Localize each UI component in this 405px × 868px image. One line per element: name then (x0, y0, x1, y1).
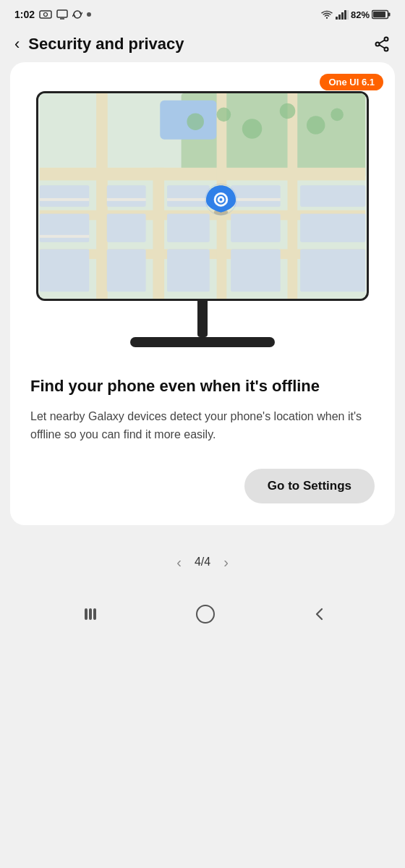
svg-rect-40 (300, 185, 365, 206)
wifi-icon (320, 9, 333, 20)
map-visualization (38, 93, 367, 299)
svg-rect-11 (388, 13, 391, 17)
svg-point-50 (242, 119, 262, 138)
home-icon (195, 604, 216, 624)
svg-rect-41 (300, 213, 365, 242)
svg-rect-25 (153, 168, 164, 299)
svg-point-51 (280, 103, 296, 119)
svg-rect-5 (336, 17, 338, 20)
nav-home-button[interactable] (195, 604, 216, 624)
svg-point-48 (187, 113, 204, 130)
svg-rect-60 (85, 608, 88, 620)
back-nav-icon (312, 606, 328, 622)
svg-rect-28 (40, 185, 90, 206)
svg-rect-30 (40, 249, 90, 292)
go-to-settings-button[interactable]: Go to Settings (244, 469, 375, 503)
svg-point-15 (385, 48, 388, 51)
svg-rect-62 (93, 608, 96, 620)
svg-point-49 (217, 108, 231, 122)
svg-line-17 (379, 45, 384, 48)
svg-rect-47 (231, 198, 281, 201)
button-area: Go to Settings (10, 461, 395, 503)
svg-rect-24 (96, 93, 108, 299)
svg-rect-8 (344, 10, 346, 20)
status-time: 1:02 (14, 9, 91, 20)
svg-point-52 (307, 116, 325, 134)
status-bar: 1:02 (0, 0, 405, 29)
signal-icon (336, 9, 349, 20)
bottom-navigation (0, 592, 405, 639)
battery-icon (372, 9, 391, 20)
svg-rect-43 (40, 198, 90, 201)
back-button[interactable]: ‹ (14, 35, 20, 54)
nav-back-button[interactable] (312, 606, 328, 622)
menu-icon (77, 606, 99, 622)
svg-rect-27 (288, 93, 298, 299)
nav-menu-button[interactable] (77, 606, 99, 622)
svg-rect-42 (300, 249, 365, 292)
monitor-wrapper (36, 91, 369, 347)
svg-rect-37 (231, 185, 281, 206)
svg-rect-9 (347, 10, 349, 20)
svg-point-14 (376, 43, 380, 46)
svg-rect-0 (40, 11, 51, 18)
svg-point-63 (197, 605, 214, 623)
svg-rect-7 (341, 12, 344, 20)
svg-point-57 (220, 198, 223, 201)
svg-point-1 (44, 13, 48, 17)
monitor-screen (36, 91, 369, 301)
svg-rect-33 (107, 249, 146, 292)
page-title: Security and privacy (28, 35, 373, 54)
svg-rect-12 (373, 12, 385, 17)
svg-point-4 (326, 17, 328, 19)
monitor-stand-base (130, 337, 275, 347)
page-indicator: 4/4 (195, 556, 210, 569)
svg-rect-35 (167, 213, 210, 242)
monitor-illustration (10, 77, 395, 354)
status-right-icons: 82% (320, 9, 391, 20)
svg-line-16 (379, 41, 384, 44)
content-title: Find your phone even when it's offline (30, 376, 375, 397)
svg-rect-31 (107, 185, 146, 206)
svg-rect-38 (231, 213, 281, 242)
pagination-control: ‹ 4/4 › (0, 547, 405, 578)
svg-point-13 (385, 38, 388, 41)
main-card: One UI 6.1 (10, 62, 395, 525)
prev-page-button[interactable]: ‹ (176, 554, 182, 571)
svg-rect-61 (89, 608, 92, 620)
svg-rect-36 (167, 249, 210, 292)
navigation-bar: ‹ Security and privacy (0, 29, 405, 62)
svg-rect-46 (167, 198, 210, 201)
battery-percentage: 82% (351, 9, 370, 20)
ui-version-badge: One UI 6.1 (320, 74, 383, 90)
svg-rect-32 (107, 213, 146, 242)
screen-icon (56, 9, 68, 20)
svg-rect-6 (338, 14, 341, 20)
svg-rect-21 (40, 168, 365, 181)
sync-icon (72, 9, 82, 20)
svg-point-53 (331, 109, 344, 122)
svg-rect-44 (40, 235, 90, 238)
svg-rect-34 (167, 185, 210, 206)
next-page-button[interactable]: › (223, 554, 229, 571)
svg-rect-2 (57, 10, 67, 17)
svg-rect-39 (231, 249, 281, 292)
time-display: 1:02 (14, 9, 35, 20)
dot-indicator (87, 12, 91, 17)
content-description: Let nearby Galaxy devices detect your ph… (30, 407, 375, 444)
content-area: Find your phone even when it's offline L… (10, 354, 395, 461)
share-button[interactable] (373, 35, 391, 53)
photo-icon (39, 9, 52, 20)
svg-rect-45 (107, 198, 146, 201)
monitor-stand-neck (197, 301, 208, 337)
